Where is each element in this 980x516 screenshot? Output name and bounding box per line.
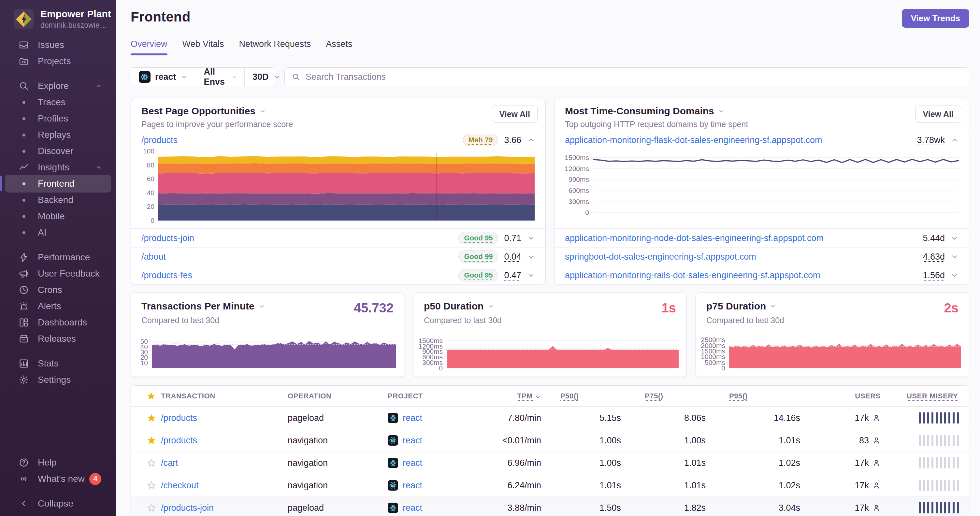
sidebar-item-settings[interactable]: Settings [0,372,116,388]
collapse-row-icon[interactable] [951,136,958,144]
user-misery-bars [919,502,959,513]
sidebar-item-help[interactable]: Help [0,454,116,471]
star-filled-icon [146,435,156,445]
domain-link[interactable]: application-monitoring-node-dot-sales-en… [565,233,824,243]
panel-subtitle: Top outgoing HTTP request domains by tim… [565,119,748,129]
sidebar-item-releases[interactable]: Releases [0,331,116,347]
column-users[interactable]: USERS [800,392,881,400]
metric-title: p75 Duration [706,301,766,312]
org-switcher[interactable]: Empower Plant dominik.buszowiec... [0,0,116,30]
date-range-dropdown[interactable]: 30D [244,68,288,86]
column-transaction[interactable]: TRANSACTION [161,392,288,400]
score-badge: Good 99 [458,251,498,263]
expand-row-icon[interactable] [951,234,958,242]
column-p95[interactable]: P95() [706,392,800,400]
sidebar-item-ai[interactable]: AI [0,224,116,241]
tab-overview[interactable]: Overview [130,39,167,55]
column-tpm[interactable]: TPM [476,392,541,400]
transaction-link[interactable]: /products [142,135,178,145]
view-trends-button[interactable]: View Trends [902,9,969,28]
transaction-link[interactable]: /about [142,252,166,262]
expand-row-icon[interactable] [527,234,535,242]
tab-web-vitals[interactable]: Web Vitals [183,39,224,55]
expand-row-icon[interactable] [951,271,958,279]
sidebar-nav: Issues Projects Explore Traces Profiles … [0,37,116,388]
expand-row-icon[interactable] [527,271,535,279]
sidebar-item-profiles[interactable]: Profiles [0,110,116,127]
transaction-link[interactable]: /cart [161,458,178,468]
project-link[interactable]: react [402,481,422,491]
column-p50[interactable]: P50() [541,392,621,400]
table-row[interactable]: /products-join pageload react 3.88/min 1… [131,497,969,516]
column-operation[interactable]: OPERATION [288,392,388,400]
sidebar-item-alerts[interactable]: Alerts [0,298,116,314]
sidebar-item-user-feedback[interactable]: User Feedback [0,265,116,282]
column-p75[interactable]: P75() [621,392,706,400]
star-toggle[interactable] [146,413,161,423]
sidebar-item-dashboards[interactable]: Dashboards [0,314,116,331]
table-row[interactable]: /products pageload react 7.80/min 5.15s … [131,406,969,429]
table-row[interactable]: /products navigation react <0.01/min 1.0… [131,429,969,451]
tab-network-requests[interactable]: Network Requests [239,39,311,55]
view-all-button[interactable]: View All [492,106,538,123]
search-transactions-input[interactable] [305,72,962,82]
domain-link[interactable]: application-monitoring-flask-dot-sales-e… [565,135,822,145]
sidebar-item-issues[interactable]: Issues [0,37,116,53]
sidebar-item-mobile[interactable]: Mobile [0,208,116,224]
environment-filter-dropdown[interactable]: All Envs [196,68,245,86]
chevron-down-icon[interactable] [718,108,725,114]
table-row[interactable]: /checkout navigation react 6.24/min 1.01… [131,474,969,497]
sidebar-item-insights[interactable]: Insights [0,159,116,176]
chevron-down-icon[interactable] [259,108,266,114]
tab-assets[interactable]: Assets [326,39,352,55]
expand-row-icon[interactable] [527,253,535,260]
transaction-link[interactable]: /products-join [142,233,194,243]
project-filter-dropdown[interactable]: react [131,68,196,86]
chevron-down-icon[interactable] [258,303,265,310]
sidebar-item-performance[interactable]: Performance [0,249,116,265]
transaction-link[interactable]: /products [161,435,197,445]
user-icon [872,459,881,467]
sidebar-item-discover[interactable]: Discover [0,143,116,159]
metric-value: 1s [662,301,676,315]
sidebar-item-projects[interactable]: Projects [0,53,116,69]
transaction-link[interactable]: /checkout [161,481,199,490]
column-user-misery[interactable]: USER MISERY [881,392,959,400]
transaction-link[interactable]: /products [161,413,197,423]
domain-link[interactable]: springboot-dot-sales-engineering-sf.apps… [565,252,756,262]
table-row[interactable]: /cart navigation react 6.96/min 1.00s 1.… [131,451,969,474]
p50-cell: 1.00s [541,458,621,468]
sidebar-item-replays[interactable]: Replays [0,127,116,143]
sidebar-item-traces[interactable]: Traces [0,94,116,110]
p50-area-chart: 1500ms1200ms900ms600ms300ms0 [414,339,679,368]
sidebar-collapse-button[interactable]: Collapse [0,495,116,512]
collapse-row-icon[interactable] [527,136,535,144]
sidebar-item-whats-new[interactable]: What's new 4 [0,471,116,487]
sidebar-item-backend[interactable]: Backend [0,192,116,208]
project-link[interactable]: react [402,435,422,446]
users-count: 17k [854,413,869,423]
star-toggle[interactable] [146,481,161,490]
insights-icon [18,162,29,173]
view-all-button[interactable]: View All [915,106,961,123]
best-page-opportunities-panel: Best Page Opportunities Pages to improve… [130,99,546,284]
sidebar-item-crons[interactable]: Crons [0,282,116,298]
star-toggle[interactable] [146,435,161,445]
project-link[interactable]: react [402,413,422,423]
sidebar-item-explore[interactable]: Explore [0,78,116,94]
star-toggle[interactable] [146,458,161,468]
chevron-down-icon[interactable] [487,303,494,310]
column-project[interactable]: PROJECT [388,392,476,400]
transaction-link[interactable]: /products-join [161,503,214,513]
transactions-table: TRANSACTION OPERATION PROJECT TPM P50() … [130,385,969,516]
star-toggle[interactable] [146,503,161,513]
sidebar-item-stats[interactable]: Stats [0,356,116,372]
project-link[interactable]: react [402,503,422,513]
main-content: Frontend View Trends Overview Web Vitals… [116,0,980,516]
project-link[interactable]: react [402,458,422,468]
expand-row-icon[interactable] [951,253,958,260]
domain-link[interactable]: application-monitoring-rails-dot-sales-e… [565,270,820,281]
chevron-down-icon[interactable] [770,303,776,310]
transaction-link[interactable]: /products-fes [142,270,192,281]
sidebar-item-frontend[interactable]: Frontend [0,176,116,192]
